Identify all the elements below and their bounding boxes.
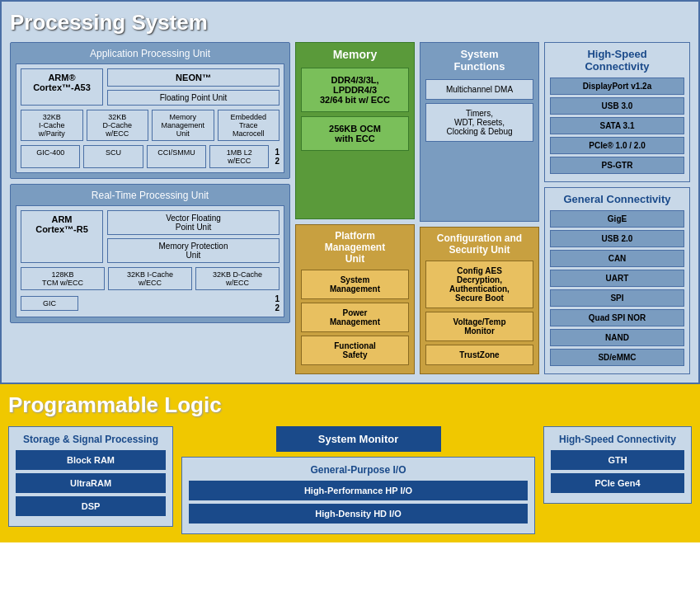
pl-hs-title: High-Speed Connectivity	[551, 434, 684, 445]
gen-conn-box: General Connectivity GigE USB 2.0 CAN UA…	[544, 187, 690, 374]
main-wrapper: Processing System Application Processing…	[0, 0, 700, 542]
pl-pcie-gen4: PCIe Gen4	[551, 473, 684, 493]
vfp-col: Vector Floating Point Unit Memory Protec…	[107, 210, 280, 263]
apu-inner: ARM® Cortex™-A53 NEON™ Floating Point Un…	[16, 63, 284, 173]
hs-item-1: USB 3.0	[550, 97, 684, 115]
gen-item-2: CAN	[550, 250, 684, 267]
config-item-2: TrustZone	[425, 345, 533, 365]
pl-storage-block: Storage & Signal Processing Block RAM Ul…	[8, 426, 173, 527]
neon-box: NEON™	[107, 68, 280, 87]
apu-numbers: 1 2	[275, 148, 280, 166]
apu-row1: ARM® Cortex™-A53 NEON™ Floating Point Un…	[21, 68, 280, 106]
pl-content: Storage & Signal Processing Block RAM Ul…	[8, 426, 692, 534]
tcm-box: 128KB TCM w/ECC	[21, 267, 105, 290]
memory-box: Memory DDR4/3/3L, LPDDR4/3 32/64 bit w/ …	[295, 42, 415, 219]
programmable-logic-section: Programmable Logic Storage & Signal Proc…	[0, 384, 700, 542]
ps-title: Processing System	[10, 10, 690, 35]
apu-box: Application Processing Unit ARM® Cortex™…	[10, 42, 290, 179]
r5-icache-box: 32KB I-Cache w/ECC	[108, 267, 192, 290]
apu-row2: 32KB I-Cache w/Parity 32KB D-Cache w/ECC…	[21, 110, 280, 141]
arm-r5-box: ARM Cortex™-R5	[21, 210, 103, 263]
pl-title: Programmable Logic	[8, 392, 692, 418]
gic400-box: GIC-400	[21, 145, 80, 168]
config-item-1: Voltage/TempMonitor	[425, 312, 533, 341]
rtpu-num1: 1	[275, 294, 280, 303]
rtpu-row3: GIC 1 2	[21, 294, 280, 312]
rtpu-row2: 128KB TCM w/ECC 32KB I-Cache w/ECC 32KB …	[21, 267, 280, 290]
pl-hd-io-wrapper: High-Density HD I/O	[189, 504, 528, 524]
rtpu-num2: 2	[275, 303, 280, 312]
gen-conn-title: General Connectivity	[550, 193, 684, 205]
rtpu-numbers: 1 2	[275, 294, 280, 312]
system-monitor-box: System Monitor	[276, 426, 441, 452]
gen-item-0: GigE	[550, 210, 684, 228]
memory-title: Memory	[301, 48, 409, 61]
num1: 1	[275, 148, 280, 157]
cci-box: CCI/SMMU	[147, 145, 206, 168]
hs-item-2: SATA 3.1	[550, 117, 684, 134]
hs-item-4: PS-GTR	[550, 157, 684, 174]
hs-item-3: PCIe® 1.0 / 2.0	[550, 137, 684, 154]
middle-column: Memory DDR4/3/3L, LPDDR4/3 32/64 bit w/ …	[295, 42, 415, 374]
pl-hp-io: High-Performance HP I/O	[189, 481, 528, 500]
ps-content: Application Processing Unit ARM® Cortex™…	[10, 42, 690, 374]
hs-conn-title: High-SpeedConnectivity	[550, 48, 684, 73]
gp-io-title: General-Purpose I/O	[189, 464, 528, 476]
rtpu-row1: ARM Cortex™-R5 Vector Floating Point Uni…	[21, 210, 280, 263]
pl-block-ram: Block RAM	[16, 450, 166, 470]
sysfunc-item-1: Timers, WDT, Resets, Clocking & Debug	[425, 103, 533, 142]
sysfunc-box: System Functions Multichannel DMA Timers…	[420, 42, 539, 222]
gen-item-7: SD/eMMC	[550, 349, 684, 366]
left-column: Application Processing Unit ARM® Cortex™…	[10, 42, 290, 374]
gen-item-3: UART	[550, 270, 684, 287]
scu-box: SCU	[83, 145, 143, 168]
sysfunc-item-0: Multichannel DMA	[425, 79, 533, 100]
system-monitor-wrapper: System Monitor	[181, 426, 535, 452]
pl-middle-block: System Monitor General-Purpose I/O High-…	[181, 426, 535, 534]
pl-hs-conn-block: High-Speed Connectivity GTH PCIe Gen4	[543, 426, 692, 504]
gen-item-5: Quad SPI NOR	[550, 309, 684, 326]
config-title: Configuration andSecurity Unit	[425, 232, 533, 256]
sysfunc-title: System Functions	[425, 48, 533, 73]
pl-dsp: DSP	[16, 496, 166, 516]
vfp-box: Vector Floating Point Unit	[107, 210, 280, 235]
hs-item-0: DisplayPort v1.2a	[550, 77, 684, 95]
right-column: High-SpeedConnectivity DisplayPort v1.2a…	[544, 42, 690, 374]
cache2-box: 32KB D-Cache w/ECC	[87, 110, 149, 141]
rtpu-title: Real-Time Processing Unit	[16, 190, 284, 201]
ocm-box: 256KB OCM with ECC	[301, 116, 409, 151]
cache1-box: 32KB I-Cache w/Parity	[21, 110, 83, 141]
apu-title: Application Processing Unit	[16, 48, 284, 59]
processing-system-section: Processing System Application Processing…	[0, 0, 700, 384]
pl-ultraram: UltraRAM	[16, 473, 166, 493]
gen-item-6: NAND	[550, 329, 684, 346]
mmu-box: Memory Management Unit	[152, 110, 214, 141]
apu-row3: GIC-400 SCU CCI/SMMU 1MB L2 w/ECC	[21, 145, 269, 168]
hs-conn-box: High-SpeedConnectivity DisplayPort v1.2a…	[544, 42, 690, 182]
gp-io-box: General-Purpose I/O High-Performance HP …	[181, 457, 535, 534]
pmu-item-2: FunctionalSafety	[301, 336, 409, 365]
sysfunc-column: System Functions Multichannel DMA Timers…	[420, 42, 539, 374]
mpu-box: Memory Protection Unit	[107, 238, 280, 263]
pl-pcie-wrapper: PCIe Gen4	[551, 473, 684, 493]
etm-box: Embedded Trace Macrocell	[218, 110, 280, 141]
pl-gth: GTH	[551, 450, 684, 470]
config-item-0: Config AES Decryption, Authentication, S…	[425, 261, 533, 308]
neon-col: NEON™ Floating Point Unit	[107, 68, 280, 106]
l2-box: 1MB L2 w/ECC	[209, 145, 269, 168]
r5-gic-box: GIC	[21, 296, 78, 311]
rtpu-inner: ARM Cortex™-R5 Vector Floating Point Uni…	[16, 205, 284, 317]
pl-hd-io: High-Density HD I/O	[189, 504, 528, 524]
gen-item-4: SPI	[550, 289, 684, 307]
pmu-box: Platform Management Unit SystemManagemen…	[295, 224, 415, 374]
ddr-box: DDR4/3/3L, LPDDR4/3 32/64 bit w/ ECC	[301, 68, 409, 112]
pmu-title: Platform Management Unit	[301, 230, 409, 265]
pmu-item-1: PowerManagement	[301, 303, 409, 332]
config-box: Configuration andSecurity Unit Config AE…	[420, 227, 539, 374]
r5-dcache-box: 32KB D-Cache w/ECC	[195, 267, 280, 290]
rtpu-box: Real-Time Processing Unit ARM Cortex™-R5…	[10, 184, 290, 323]
gen-item-1: USB 2.0	[550, 230, 684, 247]
fp-box: Floating Point Unit	[107, 90, 280, 106]
num2: 2	[275, 157, 280, 166]
pmu-item-0: SystemManagement	[301, 270, 409, 299]
